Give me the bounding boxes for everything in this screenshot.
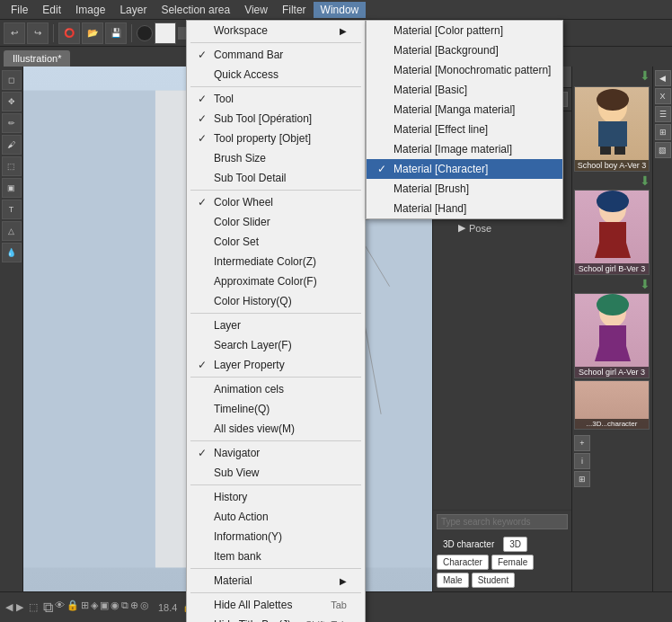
panel-btn-info[interactable]: i — [574, 453, 590, 469]
left-btn-pen[interactable]: ✏ — [2, 113, 22, 133]
submenu-item-3[interactable]: Material [Basic] — [367, 80, 562, 100]
menu-item-color-slider[interactable]: Color Slider — [187, 212, 365, 232]
menu-item-auto-action[interactable]: Auto Action — [187, 507, 365, 527]
tag-3d[interactable]: 3D — [503, 537, 527, 552]
submenu-item-0[interactable]: Material [Color pattern] — [367, 21, 562, 40]
menu-item-material[interactable]: Material▶ — [187, 571, 365, 591]
menu-item-all-sides-view-m-[interactable]: All sides view(M) — [187, 419, 365, 439]
window-dropdown[interactable]: Workspace▶Command BarQuick AccessToolSub… — [186, 20, 366, 622]
status-lock-icon[interactable]: 🔒 — [66, 600, 79, 616]
menu-item-layer-property[interactable]: Layer Property — [187, 355, 365, 375]
submenu-item-1[interactable]: Material [Background] — [367, 40, 562, 60]
far-right-btn5[interactable]: ▧ — [655, 142, 671, 158]
menu-file[interactable]: File — [4, 2, 35, 18]
far-right-btn1[interactable]: ◀ — [655, 70, 671, 86]
submenu-item-5[interactable]: Material [Effect line] — [367, 120, 562, 139]
char-card-schoolgirl-b[interactable]: School girl B-Ver 3 — [574, 190, 650, 275]
menu-item-tool[interactable]: Tool — [187, 89, 365, 109]
menu-filter[interactable]: Filter — [275, 2, 314, 18]
menu-item-quick-access[interactable]: Quick Access — [187, 65, 365, 84]
menu-item-intermediate-color-z-[interactable]: Intermediate Color(Z) — [187, 252, 365, 271]
menu-item-timeline-q-[interactable]: Timeline(Q) — [187, 399, 365, 419]
menu-item-layer[interactable]: Layer — [187, 315, 365, 335]
tree-pose[interactable]: ▶ Pose — [437, 220, 568, 235]
tag-character[interactable]: Character — [437, 555, 489, 570]
menu-item-tool-property--objet-[interactable]: Tool property [Objet] — [187, 129, 365, 148]
status-eye-icon[interactable]: 👁 — [55, 600, 65, 616]
status-more3[interactable]: ▣ — [100, 600, 109, 616]
status-next[interactable]: ▶ — [16, 601, 23, 613]
status-layers-icon[interactable]: ⧉ — [43, 600, 53, 616]
menu-layer[interactable]: Layer — [112, 2, 154, 18]
tab-illustration[interactable]: Illustration* — [4, 50, 70, 67]
left-btn-eyedrop[interactable]: 💧 — [2, 243, 22, 262]
status-more4[interactable]: ◉ — [111, 600, 119, 616]
toolbar-btn-undo[interactable]: ↩ — [4, 22, 25, 44]
menu-item-hide-all-palettes[interactable]: Hide All PalettesTab — [187, 595, 365, 615]
status-prev[interactable]: ◀ — [5, 601, 13, 613]
status-more1[interactable]: ⊞ — [81, 600, 89, 616]
left-btn-move[interactable]: ✥ — [2, 92, 22, 111]
toolbar-btn-save[interactable]: 💾 — [105, 22, 127, 44]
menu-item-color-set[interactable]: Color Set — [187, 232, 365, 252]
download-icon2[interactable]: ⬇ — [640, 173, 650, 188]
left-btn-brush[interactable]: 🖌 — [2, 135, 22, 155]
status-more2[interactable]: ◈ — [91, 600, 98, 616]
menu-item-item-bank[interactable]: Item bank — [187, 546, 365, 566]
toolbar-btn-redo[interactable]: ↪ — [27, 22, 49, 44]
submenu-item-9[interactable]: Material [Hand] — [367, 199, 562, 218]
left-btn-select[interactable]: ◻ — [2, 70, 22, 90]
keyword-search-input[interactable] — [437, 514, 568, 529]
far-right-btn3[interactable]: ☰ — [655, 106, 671, 122]
tag-female[interactable]: Female — [491, 555, 534, 570]
toolbar-btn-a[interactable] — [137, 25, 153, 41]
menu-window[interactable]: Window — [314, 2, 367, 18]
menu-item-sub-view[interactable]: Sub View — [187, 463, 365, 483]
menu-view[interactable]: View — [237, 2, 275, 18]
left-btn-shape[interactable]: △ — [2, 221, 22, 241]
menu-edit[interactable]: Edit — [35, 2, 68, 18]
menu-item-approximate-color-f-[interactable]: Approximate Color(F) — [187, 271, 365, 291]
menu-item-history[interactable]: History — [187, 487, 365, 507]
status-more7[interactable]: ◎ — [140, 600, 149, 616]
material-submenu[interactable]: Material [Color pattern]Material [Backgr… — [366, 20, 563, 219]
panel-btn-grid[interactable]: ⊞ — [574, 471, 590, 487]
far-right-btn4[interactable]: ⊞ — [655, 124, 671, 140]
submenu-item-7[interactable]: Material [Character] — [367, 159, 562, 179]
menu-item-hide-title-bar-j-[interactable]: Hide Title Bar(J)Shift+Tab — [187, 615, 365, 622]
panel-btn-add[interactable]: + — [574, 435, 590, 451]
left-btn-erase[interactable]: ⬚ — [2, 156, 22, 176]
menu-item-workspace[interactable]: Workspace▶ — [187, 21, 365, 40]
download-icon[interactable]: ⬇ — [640, 68, 650, 83]
menu-item-search-layer-f-[interactable]: Search Layer(F) — [187, 335, 365, 355]
menu-selection[interactable]: Selection area — [154, 2, 237, 18]
status-more5[interactable]: ⧉ — [121, 600, 128, 616]
menu-item-color-history-q-[interactable]: Color History(Q) — [187, 291, 365, 311]
left-btn-text[interactable]: T — [2, 200, 22, 219]
far-right-btn2[interactable]: X — [655, 88, 671, 104]
toolbar-btn-b[interactable] — [155, 22, 176, 44]
toolbar-btn-open[interactable]: 📂 — [82, 22, 103, 44]
menu-item-navigator[interactable]: Navigator — [187, 443, 365, 463]
char-card-schoolgirl-a[interactable]: School girl A-Ver 3 — [574, 293, 650, 378]
tag-male[interactable]: Male — [437, 573, 469, 588]
toolbar-btn-new[interactable]: ⭕ — [58, 22, 80, 44]
submenu-item-2[interactable]: Material [Monochromatic pattern] — [367, 60, 562, 80]
menu-item-brush-size[interactable]: Brush Size — [187, 148, 365, 168]
menu-item-sub-tool-detail[interactable]: Sub Tool Detail — [187, 168, 365, 188]
menu-item-animation-cels[interactable]: Animation cels — [187, 379, 365, 399]
tag-3d-character[interactable]: 3D character — [437, 537, 500, 552]
status-more6[interactable]: ⊕ — [130, 600, 138, 616]
tag-student[interactable]: Student — [472, 573, 515, 588]
submenu-item-6[interactable]: Material [Image material] — [367, 139, 562, 159]
download-icon3[interactable]: ⬇ — [640, 277, 650, 291]
submenu-item-4[interactable]: Material [Manga material] — [367, 100, 562, 120]
char-card-ver3[interactable]: ...3D...character — [574, 380, 650, 430]
left-btn-fill[interactable]: ▣ — [2, 178, 22, 198]
menu-item-color-wheel[interactable]: Color Wheel — [187, 192, 365, 212]
submenu-item-8[interactable]: Material [Brush] — [367, 179, 562, 199]
menu-image[interactable]: Image — [68, 2, 112, 18]
menu-item-sub-tool--op-ration-[interactable]: Sub Tool [Opération] — [187, 109, 365, 129]
menu-item-information-y-[interactable]: Information(Y) — [187, 527, 365, 546]
char-card-schoolboy[interactable]: School boy A-Ver 3 — [574, 86, 650, 172]
